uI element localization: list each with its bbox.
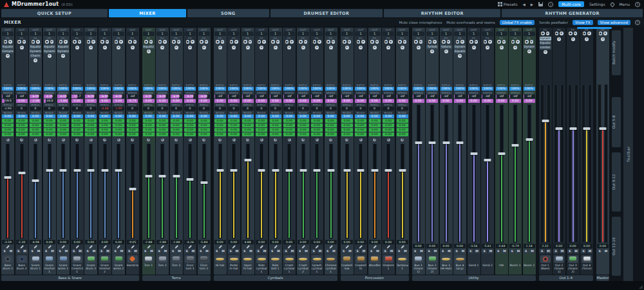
fx-list-icon[interactable]: ≡ bbox=[36, 40, 40, 44]
drum-icon-button[interactable] bbox=[44, 255, 55, 263]
fader-handle[interactable] bbox=[542, 120, 549, 122]
channel-fader[interactable] bbox=[85, 143, 97, 239]
fx-list-icon[interactable]: ≡ bbox=[317, 40, 321, 44]
channel-fader[interactable] bbox=[341, 143, 353, 239]
send-2-bar[interactable]: -19.5 bbox=[2, 99, 14, 103]
toolbar-strip[interactable]: Toolbar bbox=[623, 28, 633, 281]
channel-fader[interactable] bbox=[496, 104, 507, 243]
send-2-bar[interactable]: 0.00 bbox=[468, 99, 480, 103]
ratio-bar[interactable]: 100% bbox=[71, 87, 83, 91]
send-1-bar[interactable]: -6.00 bbox=[184, 95, 196, 98]
pan-knob[interactable] bbox=[19, 138, 24, 142]
fx-list-icon[interactable]: ≡ bbox=[447, 40, 451, 44]
bus-send-bar-1[interactable]: 0.00 bbox=[341, 119, 353, 123]
rail-button-out-9-12[interactable]: Out 9-12 bbox=[612, 152, 621, 212]
mute-button[interactable]: M bbox=[361, 249, 366, 253]
mod-bar-1[interactable]: 0.00 bbox=[171, 114, 182, 118]
bus-send-bar-3[interactable]: 0.00 bbox=[355, 128, 366, 132]
bus-send-bar-4[interactable]: 0.00 bbox=[256, 132, 267, 136]
fader-handle[interactable] bbox=[385, 169, 392, 172]
pencil-icon[interactable] bbox=[373, 245, 376, 248]
send-2-bar[interactable]: 0.00 bbox=[482, 99, 493, 103]
fx-list-icon[interactable]: ≡ bbox=[502, 40, 506, 44]
drum-icon-button[interactable] bbox=[355, 255, 366, 263]
bus-send-bar-3[interactable]: 0.00 bbox=[184, 128, 196, 132]
bus-send-bar-3[interactable]: 0.00 bbox=[71, 128, 83, 132]
out-select[interactable]: 1 bbox=[171, 32, 182, 36]
bus-send-bar-2[interactable]: 0.00 bbox=[355, 123, 366, 127]
solo-button[interactable]: S bbox=[99, 249, 104, 253]
fader-handle[interactable] bbox=[429, 141, 436, 144]
mod-bar-1[interactable]: 0.00 bbox=[2, 114, 14, 118]
bus-send-bar-3[interactable]: 0.00 bbox=[113, 128, 124, 132]
pencil-icon[interactable] bbox=[315, 245, 318, 248]
mute-button[interactable]: M bbox=[447, 249, 452, 253]
ratio-bar[interactable]: 100% bbox=[454, 87, 466, 91]
add-fx-icon[interactable]: + bbox=[246, 46, 250, 50]
pan-knob[interactable] bbox=[130, 138, 135, 142]
volume-value[interactable]: -4.98 bbox=[30, 240, 41, 244]
add-fx-icon[interactable]: + bbox=[33, 59, 37, 62]
bus-send-bar-1[interactable]: 0.00 bbox=[127, 119, 138, 123]
pitch-value[interactable]: 0 bbox=[256, 107, 267, 111]
bus-send-bar-4[interactable]: 0.00 bbox=[184, 132, 196, 136]
fx-power-icon[interactable]: ● bbox=[299, 40, 303, 44]
solo-button[interactable]: S bbox=[482, 249, 487, 253]
drum-icon-button[interactable] bbox=[86, 255, 96, 263]
fader-handle[interactable] bbox=[286, 169, 293, 172]
mod-bar-1[interactable]: 0.00 bbox=[85, 114, 97, 118]
option-sends-postfader[interactable]: Sends postfader bbox=[539, 21, 568, 24]
solo-button[interactable]: S bbox=[440, 249, 446, 253]
bus-send-bar-3[interactable]: 0.00 bbox=[44, 128, 55, 132]
out-select[interactable]: 1 bbox=[355, 32, 366, 36]
solo-button[interactable]: S bbox=[397, 249, 402, 253]
bus-send-bar-2[interactable]: 0.00 bbox=[143, 123, 155, 127]
send-2-bar[interactable]: 0.00 bbox=[298, 99, 309, 103]
mixer-help-icon[interactable]: ? bbox=[635, 20, 640, 25]
send-2-bar[interactable]: 0.00 bbox=[355, 99, 366, 103]
fx-list-icon[interactable]: ≡ bbox=[348, 40, 352, 44]
tab-mixer[interactable]: MIXER bbox=[109, 9, 186, 17]
solo-button[interactable]: S bbox=[524, 249, 529, 253]
fader-handle[interactable] bbox=[145, 175, 152, 177]
bus-send-bar-2[interactable]: 0.00 bbox=[242, 123, 254, 127]
fx-list-icon[interactable]: ≡ bbox=[8, 40, 12, 44]
fader-handle[interactable] bbox=[569, 127, 576, 130]
pan-knob[interactable] bbox=[61, 138, 66, 142]
fx-list-icon[interactable]: ≡ bbox=[78, 40, 82, 44]
send-2-bar[interactable]: 0.00 bbox=[426, 99, 438, 103]
solo-button[interactable]: S bbox=[156, 249, 162, 253]
pencil-icon[interactable] bbox=[246, 245, 249, 248]
drum-icon-button[interactable] bbox=[100, 255, 110, 263]
solo-button[interactable]: S bbox=[184, 249, 189, 253]
bus-send-bar-4[interactable]: 0.00 bbox=[298, 132, 309, 136]
ratio-bar[interactable]: 100% bbox=[198, 87, 210, 91]
solo-button[interactable]: S bbox=[171, 249, 176, 253]
fx-chip-equaliz[interactable]: Equaliz bbox=[540, 41, 551, 45]
add-fx-icon[interactable]: + bbox=[417, 46, 421, 50]
add-fx-icon[interactable]: + bbox=[75, 46, 79, 50]
fx-list-icon[interactable]: ≡ bbox=[389, 40, 393, 44]
pin-icon[interactable] bbox=[609, 1, 614, 6]
bus-send-bar-3[interactable]: 0.00 bbox=[242, 128, 254, 132]
bus-send-bar-2[interactable]: 0.00 bbox=[341, 123, 353, 127]
drum-icon-button[interactable] bbox=[185, 255, 195, 263]
output-meter-fader[interactable] bbox=[540, 84, 551, 243]
fx-list-icon[interactable]: ≡ bbox=[106, 40, 109, 44]
add-fx-icon[interactable]: + bbox=[301, 46, 305, 50]
add-fx-icon[interactable]: + bbox=[430, 50, 434, 53]
mod-bar-1[interactable]: 0.00 bbox=[369, 114, 381, 118]
fx-power-icon[interactable]: ● bbox=[398, 40, 402, 44]
pitch-value[interactable]: -4.48 bbox=[99, 107, 111, 111]
pitch-value[interactable]: 0 bbox=[143, 107, 155, 111]
fx-list-icon[interactable]: ≡ bbox=[177, 40, 181, 44]
channel-fader[interactable] bbox=[214, 143, 226, 239]
mod-bar-1[interactable]: 0.00 bbox=[383, 114, 394, 118]
channel-fader[interactable] bbox=[355, 143, 366, 239]
fx-power-icon[interactable]: ● bbox=[45, 40, 49, 44]
add-fx-icon[interactable]: + bbox=[458, 54, 462, 58]
mute-button[interactable]: M bbox=[91, 249, 97, 253]
fx-power-icon[interactable]: ● bbox=[100, 40, 104, 44]
send-2-bar[interactable]: 0.00 bbox=[256, 99, 267, 103]
volume-value[interactable]: -3.59 bbox=[2, 240, 14, 244]
